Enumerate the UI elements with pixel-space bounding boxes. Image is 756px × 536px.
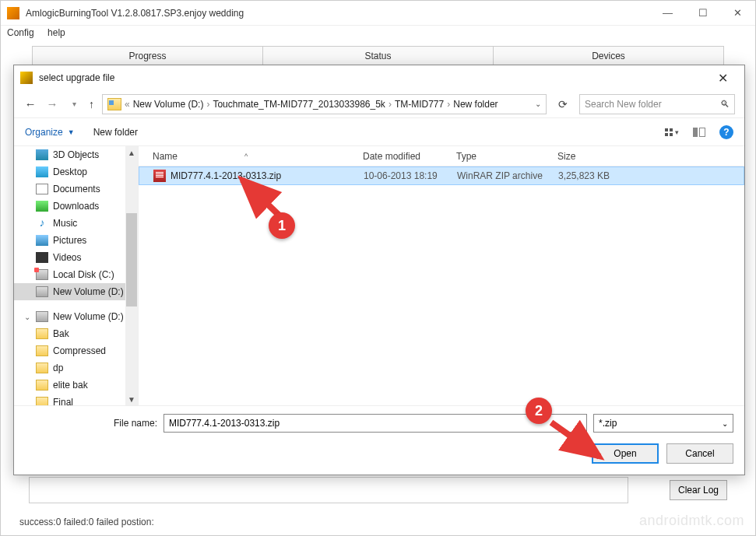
scroll-down-icon[interactable]: ▼ (128, 393, 135, 405)
chevron-right-icon: › (447, 99, 450, 110)
search-input[interactable]: Search New folder 🔍︎ (579, 94, 735, 114)
address-bar[interactable]: « New Volume (D:) › Touchmate_TM-MID777_… (102, 94, 547, 114)
sidebar-folder-bak[interactable]: Bak (14, 325, 138, 342)
filename-label: File name: (25, 418, 157, 429)
nav-row: ← → ▾ ↑ « New Volume (D:) › Touchmate_TM… (14, 90, 744, 118)
watermark: androidmtk.com (639, 513, 744, 529)
chevron-right-icon: › (206, 99, 209, 110)
file-size: 3,25,823 KB (558, 170, 636, 181)
file-dialog: select upgrade file ✕ ← → ▾ ↑ « New Volu… (13, 65, 745, 475)
file-date: 10-06-2013 18:19 (364, 170, 457, 181)
sidebar-folder-final[interactable]: Final (14, 394, 138, 405)
organize-dropdown-icon[interactable]: ▼ (68, 128, 75, 136)
sidebar-folder-elite-bak[interactable]: elite bak (14, 377, 138, 394)
open-button[interactable]: Open (592, 443, 659, 464)
bottom-panel: File name: *.zip ⌄ Open Cancel (14, 405, 744, 475)
sidebar-videos[interactable]: Videos (14, 249, 138, 266)
toolbar-row: Organize ▼ New folder ▾ ? (14, 118, 744, 146)
dialog-title: select upgrade file (39, 72, 707, 83)
new-folder-button[interactable]: New folder (93, 127, 138, 138)
sidebar-folder-compressed[interactable]: Compressed (14, 342, 138, 359)
tab-status[interactable]: Status (263, 46, 494, 65)
sidebar-scrollbar[interactable]: ▲ ▼ (125, 146, 138, 405)
recent-button[interactable]: ▾ (67, 100, 81, 108)
file-type: WinRAR ZIP archive (457, 170, 558, 181)
crumb-4[interactable]: New folder (453, 99, 498, 110)
app-icon (7, 7, 19, 19)
help-icon[interactable]: ? (719, 125, 733, 139)
dialog-titlebar: select upgrade file ✕ (14, 65, 744, 90)
dialog-app-icon (20, 72, 33, 84)
status-bar: success:0 failed:0 failed postion: (19, 517, 154, 527)
col-name[interactable]: Name^ (153, 151, 363, 162)
clear-log-button[interactable]: Clear Log (670, 480, 727, 500)
menu-config[interactable]: Config (7, 27, 34, 38)
sidebar-documents[interactable]: Documents (14, 180, 138, 198)
scroll-thumb[interactable] (126, 213, 137, 307)
filter-value: *.zip (599, 418, 617, 429)
sidebar: 3D Objects Desktop Documents Downloads ♪… (14, 146, 139, 405)
crumb-2[interactable]: Touchmate_TM-MID777_2013033986_5k (213, 99, 385, 110)
col-size[interactable]: Size (557, 151, 635, 162)
filter-select[interactable]: *.zip ⌄ (593, 414, 733, 433)
file-list-header: Name^ Date modified Type Size (139, 146, 744, 166)
log-box (29, 477, 628, 503)
dialog-close-button[interactable]: ✕ (707, 71, 738, 86)
file-name: MID777.4.1-2013-0313.zip (171, 170, 281, 181)
parent-title: AmlogicBurningTool V1.2.8.0817.SP3.enjoy… (26, 8, 650, 19)
refresh-button[interactable]: ⟳ (554, 96, 571, 113)
chevron-right-icon: › (389, 99, 392, 110)
maximize-button[interactable]: ☐ (685, 2, 720, 25)
file-list: Name^ Date modified Type Size MID777.4.1… (139, 146, 744, 405)
tab-devices[interactable]: Devices (494, 46, 724, 65)
col-type[interactable]: Type (456, 151, 557, 162)
search-icon: 🔍︎ (720, 99, 730, 110)
scroll-up-icon[interactable]: ▲ (128, 146, 135, 159)
sidebar-desktop[interactable]: Desktop (14, 163, 138, 180)
parent-tabs: Progress Status Devices (32, 46, 724, 65)
up-button[interactable]: ↑ (89, 98, 94, 110)
sidebar-music[interactable]: ♪Music (14, 215, 138, 232)
sidebar-downloads[interactable]: Downloads (14, 198, 138, 215)
sidebar-root-new-volume[interactable]: ⌄New Volume (D:) (14, 308, 138, 325)
annotation-2: 2 (526, 398, 552, 424)
close-button[interactable]: ✕ (720, 2, 755, 25)
menu-help[interactable]: help (47, 27, 65, 38)
filename-input[interactable] (164, 414, 587, 433)
search-placeholder: Search New folder (585, 99, 662, 110)
back-button[interactable]: ← (23, 97, 37, 110)
cancel-button[interactable]: Cancel (666, 443, 733, 464)
chevron-down-icon: ⌄ (722, 419, 728, 428)
sidebar-pictures[interactable]: Pictures (14, 232, 138, 249)
folder-icon (107, 98, 121, 110)
address-dropdown-icon[interactable]: ⌄ (535, 100, 541, 108)
sidebar-local-disk-c[interactable]: Local Disk (C:) (14, 266, 138, 283)
crumb-3[interactable]: TM-MID777 (395, 99, 444, 110)
col-date[interactable]: Date modified (363, 151, 456, 162)
minimize-button[interactable]: — (650, 2, 685, 25)
sidebar-folder-dp[interactable]: dp (14, 359, 138, 377)
preview-pane-button[interactable] (693, 128, 705, 137)
annotation-1: 1 (269, 212, 295, 239)
tab-progress[interactable]: Progress (32, 46, 263, 65)
organize-button[interactable]: Organize (25, 127, 63, 138)
sidebar-new-volume-d[interactable]: New Volume (D:) (14, 283, 138, 300)
file-row-selected[interactable]: MID777.4.1-2013-0313.zip 10-06-2013 18:1… (139, 166, 744, 185)
sidebar-3d-objects[interactable]: 3D Objects (14, 146, 138, 163)
crumb-1[interactable]: New Volume (D:) (133, 99, 204, 110)
parent-titlebar: AmlogicBurningTool V1.2.8.0817.SP3.enjoy… (1, 1, 755, 26)
zip-file-icon (153, 170, 166, 182)
breadcrumb-prefix: « (125, 99, 130, 110)
parent-menubar: Config help (1, 26, 755, 43)
forward-button[interactable]: → (45, 97, 59, 110)
view-options-button[interactable]: ▾ (665, 128, 679, 136)
